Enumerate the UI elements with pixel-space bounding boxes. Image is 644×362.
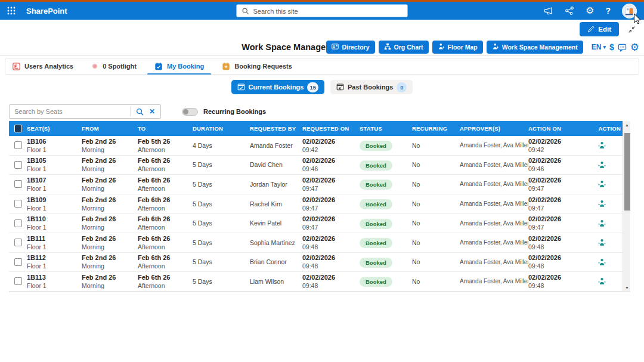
clear-search-icon[interactable]: ✕ [149,108,155,115]
row-checkbox[interactable] [14,161,22,169]
person-action-icon[interactable] [597,180,606,188]
status-badge: Booked [360,160,392,171]
cell-action [582,238,622,247]
title-actions: DirectoryOrg ChartFloor MapWork Space Ma… [326,41,639,54]
column-header-seats[interactable]: SEAT(S) [27,125,82,132]
select-all-checkbox[interactable] [14,125,22,132]
person-action-icon[interactable] [597,141,606,150]
table-row[interactable]: 1B109Floor 1Feb 2nd 26MorningFeb 6th 26A… [9,194,630,214]
nav-button-directory[interactable]: Directory [326,41,374,54]
page-settings-gear-icon[interactable]: ⚙ [630,42,639,52]
action-on-date: 02/02/2026 [528,235,582,242]
nav-button-org-chart[interactable]: Org Chart [379,41,429,54]
recurring-bookings-toggle[interactable] [182,108,198,116]
column-header-action-on[interactable]: ACTION ON [528,125,582,132]
language-selector[interactable]: EN ▾ [592,43,606,51]
settings-gear-icon[interactable]: ⚙ [586,6,594,16]
person-action-icon[interactable] [597,258,606,267]
cell-status: Booked [360,159,412,171]
cell-from: Feb 2nd 26Morning [82,254,138,270]
seat-search-input[interactable] [10,108,130,115]
connections-icon[interactable] [565,6,574,16]
action-on-date: 02/02/2026 [528,274,582,281]
person-action-icon[interactable] [597,199,606,208]
search-icon[interactable] [136,108,144,116]
sharepoint-brand[interactable]: SharePoint [26,7,67,16]
cell-to: Feb 6th 26Afternoon [138,215,193,231]
edit-button[interactable]: Edit [580,22,619,36]
cell-seat: 1B110Floor 1 [27,215,82,231]
column-header-duration[interactable]: DURATION [193,125,250,132]
currency-icon[interactable]: $ [609,42,614,52]
cell-requested-on: 02/02/202609:48 [302,235,360,250]
row-checkbox[interactable] [14,277,22,285]
suite-search-input[interactable] [253,7,408,14]
person-action-icon[interactable] [597,238,606,247]
contact-card-icon [332,43,339,51]
row-checkbox[interactable] [14,239,22,246]
table-header: SEAT(S) FROM TO DURATION REQUESTED BY RE… [9,121,630,136]
app-launcher-icon[interactable] [2,2,20,20]
cell-seat: 1B106Floor 1 [27,138,82,153]
feedback-chat-icon[interactable] [618,43,627,52]
seat-search-box[interactable]: ✕ [9,104,161,119]
cell-action [582,277,622,286]
vertical-scrollbar[interactable]: ▲ ▼ [623,121,630,292]
column-header-approvers[interactable]: APPROVER(S) [460,125,528,132]
column-header-status[interactable]: STATUS [360,125,412,132]
cell-action [582,160,622,169]
suite-search-box[interactable] [237,5,408,17]
nav-button-work-space-management[interactable]: Work Space Management [487,41,583,54]
row-checkbox[interactable] [14,200,22,208]
past-bookings-button[interactable]: Past Bookings 0 [330,80,413,94]
column-header-recurring[interactable]: RECURRING [412,125,460,132]
tab-booking-requests[interactable]: Booking Requests [222,58,292,74]
tab-spotlight[interactable]: 0 Spotlight [91,58,137,74]
megaphone-icon[interactable] [544,6,553,16]
help-icon[interactable]: ? [605,7,611,15]
person-action-icon[interactable] [597,277,606,286]
scrollbar-thumb[interactable] [624,133,630,211]
cell-requested-on: 02/02/202609:48 [302,254,360,270]
table-row[interactable]: 1B113Floor 1Feb 2nd 26MorningFeb 6th 26A… [9,272,630,292]
to-time: Afternoon [138,262,193,270]
person-action-icon[interactable] [597,219,606,228]
cell-action-on: 02/02/202609:48 [528,274,582,289]
seat-id: 1B112 [27,254,82,261]
table-row[interactable]: 1B112Floor 1Feb 2nd 26MorningFeb 6th 26A… [9,253,630,273]
table-row[interactable]: 1B105Floor 1Feb 2nd 26MorningFeb 6th 26A… [9,156,630,175]
table-row[interactable]: 1B110Floor 1Feb 2nd 26MorningFeb 6th 26A… [9,214,630,233]
tab-my-booking[interactable]: My Booking [154,58,204,74]
column-header-to[interactable]: TO [138,125,193,132]
to-date: Feb 6th 26 [138,177,193,184]
action-on-date: 02/02/2026 [528,138,582,145]
search-icon [242,7,249,14]
recurring-toggle-group: Recurring Bookings [182,108,266,116]
column-header-requested-on[interactable]: REQUESTED ON [302,125,360,132]
current-bookings-button[interactable]: Current Bookings 15 [231,80,324,94]
cell-status: Booked [360,237,412,248]
row-checkbox[interactable] [14,219,22,227]
table-row[interactable]: 1B111Floor 1Feb 2nd 26MorningFeb 6th 26A… [9,233,630,253]
row-checkbox[interactable] [14,258,22,266]
to-date: Feb 6th 26 [138,157,193,164]
table-row[interactable]: 1B107Floor 1Feb 2nd 26MorningFeb 6th 26A… [9,175,630,194]
seat-id: 1B111 [27,235,82,242]
row-checkbox[interactable] [14,180,22,188]
scroll-up-arrow[interactable]: ▲ [623,121,631,128]
table-row[interactable]: 1B106Floor 1Feb 2nd 26MorningFeb 5th 26A… [9,136,630,156]
scroll-down-arrow[interactable]: ▼ [623,284,631,292]
analytics-icon [13,63,20,70]
column-header-requested-by[interactable]: REQUESTED BY [250,125,302,132]
nav-button-floor-map[interactable]: Floor Map [432,41,483,54]
tab-users-analytics[interactable]: Users Analytics [13,58,73,74]
action-on-date: 02/02/2026 [528,254,582,261]
collapse-icon[interactable] [628,26,636,33]
column-header-from[interactable]: FROM [82,125,138,132]
requested-on-date: 02/02/2026 [302,138,360,145]
column-header-action[interactable]: ACTION [582,125,622,132]
person-action-icon[interactable] [597,160,606,169]
user-avatar[interactable] [622,4,637,18]
chevron-down-icon: ▾ [603,44,606,50]
row-checkbox[interactable] [14,141,22,149]
